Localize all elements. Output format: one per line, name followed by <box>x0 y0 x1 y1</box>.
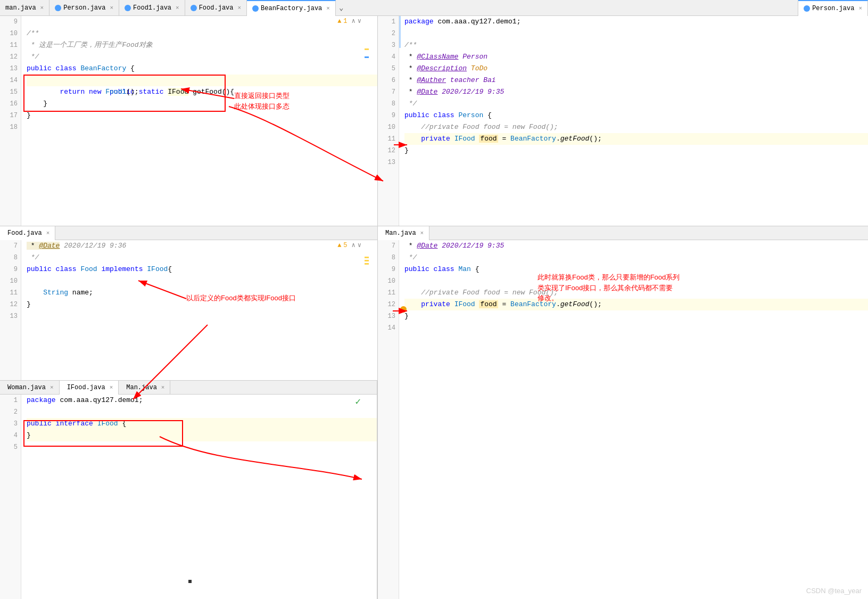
code-line <box>404 157 868 168</box>
code-line: } <box>404 145 868 157</box>
code-line: public class Person { <box>404 110 868 121</box>
sub-tab-close-man[interactable]: × <box>161 384 165 391</box>
tab-food-java[interactable]: Food.java × <box>185 0 247 16</box>
code-line <box>404 275 868 287</box>
warning-down[interactable]: ∨ <box>358 17 361 25</box>
food-sub-tab-bar: Food.java × <box>0 226 377 240</box>
panels-row: ▲ 1 ∧ ∨ 9 10 11 12 13 14 @ <box>0 16 868 599</box>
tab-close-person-right[interactable]: × <box>858 5 862 12</box>
code-line: * @Date 2020/12/19 9:35 <box>404 240 868 252</box>
sub-tab-food-java[interactable]: Food.java × <box>0 226 55 240</box>
ifood-code-area: 1 2 3 4 5 package com.aaa.qy127.demo1; p… <box>0 395 377 599</box>
tab-icon-food <box>191 5 197 11</box>
beanfactory-warning: ▲ 1 ∧ ∨ <box>337 17 361 25</box>
code-line: //private Food food = new Food(); <box>404 121 868 133</box>
sub-tab-woman-java[interactable]: Woman.java × <box>0 381 60 395</box>
food-warning: ▲ 5 ∧ ∨ <box>337 241 361 249</box>
tab-label: Food1.java <box>133 4 171 12</box>
code-line <box>27 441 377 453</box>
tab-label: BeanFactory.java <box>261 5 322 12</box>
tab-more-button[interactable]: ⌄ <box>336 3 346 12</box>
code-line: return new Food1(); <box>27 86 377 98</box>
tab-icon-food1 <box>125 5 131 11</box>
food-code-area: 7 8 9 10 11 12 13 * @Date 2020/12/19 9:3… <box>0 240 377 380</box>
scroll-thumb-food3 <box>365 263 369 265</box>
tab-label: Food.java <box>199 4 234 12</box>
code-line <box>27 310 377 322</box>
code-lines-person: 1 2 3 ⊖ 4 5 6 7 8 9 ⊖ <box>378 16 868 226</box>
code-line: /** <box>27 28 377 39</box>
code-line: * @Date 2020/12/19 9:35 <box>404 86 868 98</box>
tab-close-food1[interactable]: × <box>176 5 179 11</box>
main-container: man.java × Person.java × Food1.java × Fo… <box>0 0 868 599</box>
sub-tab-man-java-right[interactable]: Man.java × <box>378 226 429 240</box>
tab-person-java[interactable]: Person.java × <box>49 0 119 16</box>
code-line: public class Food implements IFood{ <box>27 264 377 275</box>
code-content-ifood: package com.aaa.qy127.demo1; public inte… <box>21 395 377 599</box>
code-line: } <box>404 310 868 322</box>
left-panel: ▲ 1 ∧ ∨ 9 10 11 12 13 14 @ <box>0 16 378 599</box>
tab-label: Person.java <box>63 4 105 12</box>
tab-beanfactory-java[interactable]: BeanFactory.java × <box>247 0 336 16</box>
sub-tab-close-woman[interactable]: × <box>50 384 54 391</box>
code-line-11: private IFood food = BeanFactory.getFood… <box>404 133 868 145</box>
sub-tab-label: Woman.java <box>7 384 46 391</box>
line-numbers-person: 1 2 3 ⊖ 4 5 6 7 8 9 ⊖ <box>378 16 399 226</box>
code-line: */ <box>404 252 868 264</box>
line-numbers-man: 7 8 9 10 11 12 13 14 <box>378 240 399 599</box>
code-line: */ <box>404 98 868 110</box>
tab-close-person[interactable]: × <box>110 5 113 11</box>
sub-tab-label: Man.java <box>385 229 416 237</box>
food-warning-up[interactable]: ∧ <box>352 241 356 249</box>
watermark: CSDN @tea_year <box>806 587 862 595</box>
check-mark: ✓ <box>355 396 361 407</box>
sub-tab-close-ifood[interactable]: × <box>110 384 113 391</box>
code-line <box>27 16 377 28</box>
code-lines-ifood: 1 2 3 4 5 package com.aaa.qy127.demo1; p… <box>0 395 377 599</box>
tab-label-right: Person.java <box>812 5 854 12</box>
code-line: * @Date 2020/12/19 9:36 <box>27 240 377 252</box>
code-line-3: public interface IFood { <box>27 418 377 430</box>
code-line-14: public static IFood getFood(){ <box>27 75 377 86</box>
line-numbers-ifood: 1 2 3 4 5 <box>0 395 21 599</box>
code-content-person: package com.aaa.qy127.demo1; /** * @Clas… <box>399 16 868 226</box>
code-line: public class Man { <box>404 264 868 275</box>
code-content-man: * @Date 2020/12/19 9:35 */ public class … <box>399 240 868 599</box>
scroll-thumb <box>365 48 369 50</box>
tab-close-food[interactable]: × <box>237 5 241 11</box>
warning-icon-food: ▲ <box>337 242 341 249</box>
code-line-4: } <box>27 430 377 441</box>
tab-close-man[interactable]: × <box>40 5 44 11</box>
code-line: * @ClassName Person <box>404 51 868 63</box>
sub-tab-close-man-right[interactable]: × <box>420 230 424 236</box>
man-sub-tab-bar: Man.java × <box>378 226 868 240</box>
scroll-indicator-beanfactory <box>365 48 369 59</box>
beanfactory-panel: ▲ 1 ∧ ∨ 9 10 11 12 13 14 @ <box>0 16 377 226</box>
sub-tab-close-food[interactable]: × <box>46 230 50 236</box>
code-content-beanfactory: /** * 这是一个工厂类，用于生产Food对象 */ public class… <box>21 16 377 226</box>
code-line: } <box>27 110 377 121</box>
food-warning-down[interactable]: ∨ <box>358 241 361 249</box>
man-panel: Man.java × 7 8 9 10 11 12 13 <box>378 226 868 599</box>
scroll-thumb-food2 <box>365 260 369 261</box>
scroll-thumb-blue <box>365 56 369 58</box>
tab-close-beanfactory[interactable]: × <box>326 5 330 12</box>
person-panel: 1 2 3 ⊖ 4 5 6 7 8 9 ⊖ <box>378 16 868 226</box>
code-line <box>404 28 868 39</box>
code-line: * @Auther teacher Bai <box>404 75 868 86</box>
tab-icon-person-right <box>804 5 810 12</box>
code-line <box>27 121 377 133</box>
code-line <box>27 406 377 418</box>
sub-tab-man-java[interactable]: Man.java × <box>119 381 170 395</box>
bottom-left-sub-tab-bar: Woman.java × IFood.java × Man.java × <box>0 381 377 395</box>
tab-person-java-right[interactable]: Person.java × <box>798 0 868 16</box>
top-tab-bar: man.java × Person.java × Food1.java × Fo… <box>0 0 868 16</box>
tab-icon-beanfactory <box>252 5 259 12</box>
sub-tab-ifood-java[interactable]: IFood.java × <box>60 381 119 395</box>
warning-up[interactable]: ∧ <box>352 17 356 25</box>
code-lines-beanfactory: 9 10 11 12 13 14 @ 15 16 17 18 <box>0 16 377 226</box>
tab-food1-java[interactable]: Food1.java × <box>119 0 185 16</box>
sub-tab-label: Man.java <box>126 384 157 391</box>
warning-count-food: 5 <box>343 242 347 249</box>
tab-man-java[interactable]: man.java × <box>0 0 49 16</box>
